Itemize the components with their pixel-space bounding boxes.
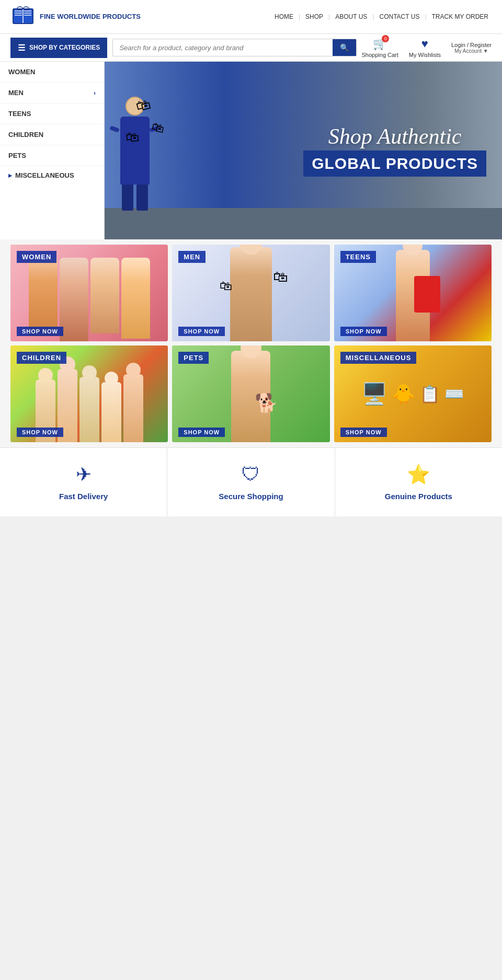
children-shop-now[interactable]: SHOP NOW bbox=[17, 428, 63, 437]
sidebar-item-pets[interactable]: PETS bbox=[0, 145, 104, 166]
category-card-men[interactable]: 🛍 🛍 MEN SHOP NOW bbox=[172, 245, 329, 341]
hero-title-block: GLOBAL PRODUCTS bbox=[303, 151, 486, 177]
airplane-icon: ✈ bbox=[76, 464, 92, 486]
wishlist-icon: ♥ bbox=[421, 37, 428, 51]
cart-label: Shopping Cart bbox=[362, 52, 398, 58]
nav-about[interactable]: ABOUT US bbox=[332, 12, 370, 21]
svg-rect-6 bbox=[24, 10, 31, 11]
women-shop-now[interactable]: SHOP NOW bbox=[17, 327, 63, 336]
search-bar: 🔍 bbox=[112, 39, 356, 56]
wishlist-label: My Wishlists bbox=[409, 52, 441, 58]
logo[interactable]: FINE WORLDWIDE PRODUCTS bbox=[10, 4, 141, 29]
nav-track[interactable]: TRACK MY ORDER bbox=[429, 12, 492, 21]
fast-delivery-label: Fast Delivery bbox=[59, 492, 108, 501]
category-grid: WOMEN SHOP NOW 🛍 🛍 MEN SHOP NOW bbox=[0, 239, 502, 447]
men-label: MEN bbox=[178, 251, 206, 263]
search-button[interactable]: 🔍 bbox=[333, 39, 356, 56]
sidebar-item-miscellaneous[interactable]: ▸ MISCELLANEOUS bbox=[0, 166, 104, 185]
shopping-cart[interactable]: 🛒 0 Shopping Cart bbox=[362, 37, 398, 58]
secure-shopping-label: Secure Shopping bbox=[219, 492, 283, 501]
hero-banner: 🛍 🛍 🛍 Shop Authentic GLOBAL PRODUCTS bbox=[105, 62, 502, 239]
nav-contact[interactable]: CONTACT US bbox=[376, 12, 423, 21]
hero-title-italic: Shop Authentic bbox=[303, 124, 486, 148]
hero-text-area: Shop Authentic GLOBAL PRODUCTS bbox=[303, 124, 486, 177]
top-links: HOME | SHOP | ABOUT US | CONTACT US | TR… bbox=[271, 12, 492, 21]
my-wishlists[interactable]: ♥ My Wishlists bbox=[409, 37, 441, 58]
teens-shop-now[interactable]: SHOP NOW bbox=[340, 327, 387, 336]
pets-shop-now[interactable]: SHOP NOW bbox=[178, 428, 225, 437]
women-label: WOMEN bbox=[17, 251, 56, 263]
men-shop-now[interactable]: SHOP NOW bbox=[178, 327, 225, 336]
category-card-pets[interactable]: 🐕 PETS SHOP NOW bbox=[172, 345, 329, 442]
shop-by-categories-button[interactable]: ☰ SHOP BY CATEGORIES bbox=[10, 38, 107, 58]
hamburger-icon: ☰ bbox=[18, 43, 25, 53]
svg-rect-4 bbox=[15, 13, 22, 14]
sidebar-item-men[interactable]: MEN › bbox=[0, 83, 104, 103]
star-icon: ⭐ bbox=[407, 464, 430, 486]
triangle-icon: ▸ bbox=[8, 171, 12, 179]
nav-shop[interactable]: SHOP bbox=[302, 12, 326, 21]
cart-count-badge: 0 bbox=[382, 35, 389, 42]
feature-fast-delivery: ✈ Fast Delivery bbox=[0, 448, 167, 516]
account-login-label: Login / Register bbox=[451, 42, 492, 48]
features-section: ✈ Fast Delivery 🛡 Secure Shopping ⭐ Genu… bbox=[0, 447, 502, 516]
footer-area bbox=[0, 516, 502, 980]
header-bar: ☰ SHOP BY CATEGORIES 🔍 🛒 0 Shopping Cart… bbox=[0, 34, 502, 62]
svg-rect-3 bbox=[15, 10, 22, 11]
nav-home[interactable]: HOME bbox=[271, 12, 296, 21]
sidebar-item-children[interactable]: CHILDREN bbox=[0, 124, 104, 145]
teens-label: TEENS bbox=[340, 251, 376, 263]
sidebar-item-teens[interactable]: TEENS bbox=[0, 103, 104, 124]
account-dropdown-label: My Account ▼ bbox=[454, 48, 488, 54]
my-account[interactable]: Login / Register My Account ▼ bbox=[451, 42, 492, 54]
logo-icon bbox=[10, 4, 36, 29]
sidebar: WOMEN MEN › TEENS CHILDREN PETS ▸ MISCEL… bbox=[0, 62, 105, 239]
shield-icon: 🛡 bbox=[242, 464, 260, 486]
misc-label: MISCELLANEOUS bbox=[340, 352, 417, 364]
search-input[interactable] bbox=[113, 39, 332, 56]
svg-rect-7 bbox=[24, 13, 31, 14]
svg-rect-5 bbox=[15, 15, 22, 16]
hero-road bbox=[105, 208, 502, 239]
sidebar-item-women[interactable]: WOMEN bbox=[0, 62, 104, 83]
header-actions: 🛒 0 Shopping Cart ♥ My Wishlists Login /… bbox=[362, 37, 492, 58]
pets-label: PETS bbox=[178, 352, 209, 364]
svg-rect-8 bbox=[24, 15, 31, 16]
category-card-miscellaneous[interactable]: 🖥️ 🐥 📋 ⌨️ MISCELLANEOUS SHOP NOW bbox=[334, 345, 492, 442]
main-content: WOMEN MEN › TEENS CHILDREN PETS ▸ MISCEL… bbox=[0, 62, 502, 239]
feature-secure-shopping: 🛡 Secure Shopping bbox=[167, 448, 335, 516]
top-navigation: FINE WORLDWIDE PRODUCTS HOME | SHOP | AB… bbox=[0, 0, 502, 34]
feature-genuine-products: ⭐ Genuine Products bbox=[335, 448, 502, 516]
genuine-products-label: Genuine Products bbox=[385, 492, 452, 501]
misc-shop-now[interactable]: SHOP NOW bbox=[340, 428, 387, 437]
children-label: CHILDREN bbox=[17, 352, 66, 364]
category-card-children[interactable]: CHILDREN SHOP NOW bbox=[10, 345, 168, 442]
category-card-teens[interactable]: TEENS SHOP NOW bbox=[334, 245, 492, 341]
category-card-women[interactable]: WOMEN SHOP NOW bbox=[10, 245, 168, 341]
chevron-right-icon: › bbox=[94, 89, 96, 97]
site-name: FINE WORLDWIDE PRODUCTS bbox=[40, 13, 141, 21]
